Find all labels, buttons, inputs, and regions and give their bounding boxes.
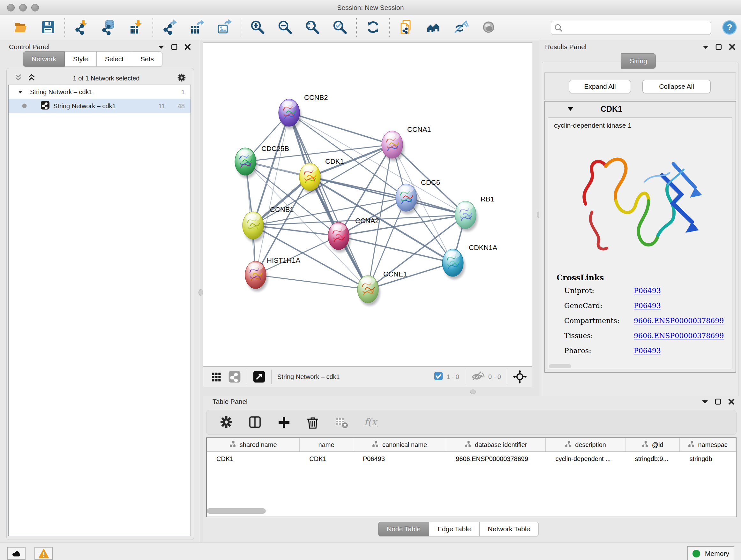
tab-network[interactable]: Network	[23, 51, 65, 67]
results-panel-float-icon[interactable]	[716, 44, 722, 50]
refresh-view-button[interactable]	[365, 19, 381, 36]
save-session-button[interactable]	[40, 19, 56, 36]
network-edge[interactable]	[289, 113, 466, 215]
network-node-CCNE1[interactable]: CCNE1	[357, 270, 407, 306]
export-network-button[interactable]	[161, 19, 178, 36]
tab-network-table[interactable]: Network Table	[480, 522, 539, 537]
import-network-database-button[interactable]	[101, 19, 117, 36]
import-table-file-button[interactable]	[128, 19, 144, 36]
network-node-RB1[interactable]: RB1	[455, 195, 494, 232]
selected-checkbox-icon[interactable]	[434, 371, 443, 382]
export-table-button[interactable]	[189, 19, 205, 36]
control-panel-collapse-icon[interactable]	[158, 45, 164, 49]
expand-all-icon[interactable]	[27, 73, 36, 83]
grid-view-icon[interactable]	[210, 370, 222, 383]
crosslink-value-link[interactable]: 9606.ENSP00000378699	[634, 332, 724, 340]
network-row-selected[interactable]: String Network – cdk1 11 48	[9, 99, 191, 113]
function-builder-icon[interactable]: f(x)	[363, 415, 378, 430]
network-node-CCNA1[interactable]: CCNA1	[382, 125, 431, 161]
horizontal-splitter-handle[interactable]	[470, 389, 476, 394]
control-panel-float-icon[interactable]	[171, 44, 178, 50]
share-network-icon[interactable]	[228, 370, 241, 383]
network-edge[interactable]	[256, 275, 368, 289]
network-graph[interactable]: CCNB2 CCNA1 CDC25B CDK1 CDC6	[203, 43, 532, 366]
network-view-canvas[interactable]: CCNB2 CCNA1 CDC25B CDK1 CDC6	[203, 43, 532, 367]
network-edge[interactable]	[289, 113, 368, 289]
column-header-database-identifier[interactable]: database identifier	[446, 438, 546, 451]
network-edge[interactable]	[368, 263, 453, 289]
import-network-file-button[interactable]	[73, 19, 89, 36]
hide-glasses-button[interactable]	[453, 19, 469, 36]
table-cell[interactable]: stringdb	[680, 455, 736, 462]
crosslink-value-link[interactable]: 9606.ENSP00000378699	[634, 317, 724, 325]
column-header-description[interactable]: description	[546, 438, 625, 451]
string-home-button[interactable]	[426, 19, 442, 36]
column-header-namespac[interactable]: namespac	[680, 438, 736, 451]
table-cell[interactable]: cyclin-dependent ...	[546, 455, 625, 462]
table-cell[interactable]: P06493	[353, 455, 446, 462]
tab-select[interactable]: Select	[97, 51, 132, 67]
add-column-icon[interactable]	[277, 415, 291, 430]
cloud-status-button[interactable]	[7, 547, 25, 560]
split-columns-icon[interactable]	[248, 415, 263, 430]
network-edge[interactable]	[339, 236, 453, 263]
network-node-CDC25B[interactable]: CDC25B	[235, 145, 289, 178]
memory-button[interactable]: Memory	[687, 546, 734, 560]
column-header-name[interactable]: name	[300, 438, 353, 451]
collapse-all-icon[interactable]	[14, 73, 22, 83]
hidden-eye-icon[interactable]	[471, 370, 485, 384]
table-cell[interactable]: CDK1	[207, 455, 300, 462]
tab-edge-table[interactable]: Edge Table	[429, 522, 480, 537]
network-edge[interactable]	[310, 177, 466, 215]
settings-gear-icon[interactable]	[219, 415, 234, 430]
result-entry-header[interactable]: CDK1	[545, 102, 736, 116]
table-cell[interactable]: CDK1	[300, 455, 353, 462]
table-panel-collapse-icon[interactable]	[702, 400, 708, 403]
network-node-HIST1H1A[interactable]: HIST1H1A	[245, 256, 300, 292]
tab-style[interactable]: Style	[65, 51, 97, 67]
delete-table-icon[interactable]	[334, 415, 349, 430]
search-input[interactable]	[565, 22, 707, 33]
open-session-button[interactable]	[13, 19, 29, 36]
network-collection-row[interactable]: String Network – cdk1 1	[9, 85, 191, 99]
zoom-selected-button[interactable]	[332, 19, 348, 36]
network-edge[interactable]	[256, 113, 289, 275]
tab-node-table[interactable]: Node Table	[378, 522, 429, 537]
share-document-button[interactable]	[398, 19, 414, 36]
table-panel-float-icon[interactable]	[715, 398, 721, 405]
birdseye-view-icon[interactable]	[253, 370, 266, 383]
results-panel-collapse-icon[interactable]	[703, 45, 709, 49]
column-header-@id[interactable]: @id	[625, 438, 680, 451]
fit-crosshair-icon[interactable]	[513, 370, 527, 384]
control-panel-close-icon[interactable]	[185, 44, 191, 50]
network-edge[interactable]	[253, 226, 339, 236]
crosslink-value-link[interactable]: P06493	[634, 347, 661, 355]
column-header-canonical-name[interactable]: canonical name	[353, 438, 446, 451]
table-cell[interactable]: 9606.ENSP00000378699	[446, 455, 546, 462]
crosslink-value-link[interactable]: P06493	[634, 287, 661, 295]
results-scrollbar[interactable]	[549, 364, 571, 368]
network-options-gear-icon[interactable]	[177, 73, 186, 84]
collapse-all-button[interactable]: Collapse All	[643, 80, 711, 93]
export-image-button[interactable]	[216, 19, 232, 36]
network-edge[interactable]	[289, 113, 392, 145]
results-panel-close-icon[interactable]	[729, 44, 735, 50]
network-node-CDKN1A[interactable]: CDKN1A	[442, 244, 497, 279]
table-cell[interactable]: stringdb:9...	[625, 455, 680, 462]
network-node-CCNA2[interactable]: CCNA2	[328, 217, 379, 253]
table-row[interactable]: CDK1CDK1P064939606.ENSP00000378699cyclin…	[207, 452, 736, 466]
zoom-in-button[interactable]	[250, 19, 266, 36]
warnings-button[interactable]	[35, 547, 53, 560]
left-splitter-handle[interactable]	[199, 289, 203, 296]
network-node-CCNB2[interactable]: CCNB2	[279, 94, 328, 129]
column-header-shared-name[interactable]: shared name	[207, 438, 300, 451]
zoom-fit-button[interactable]	[305, 19, 320, 36]
help-button[interactable]: ?	[722, 20, 737, 35]
zoom-out-button[interactable]	[277, 19, 293, 36]
table-panel-close-icon[interactable]	[728, 398, 735, 405]
tab-string[interactable]: String	[621, 53, 656, 69]
tab-sets[interactable]: Sets	[132, 51, 162, 67]
show-eye-button[interactable]	[481, 19, 496, 36]
network-edge[interactable]	[256, 236, 339, 275]
expand-all-button[interactable]: Expand All	[569, 80, 631, 93]
